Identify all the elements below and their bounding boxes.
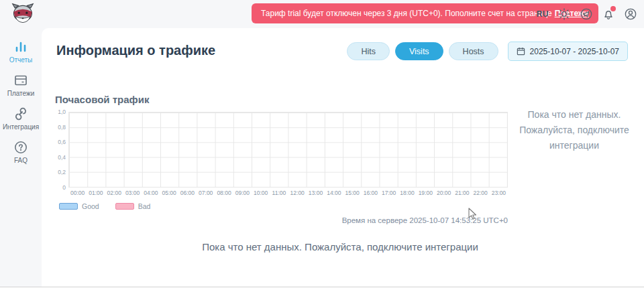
page-title: Информация о трафике: [56, 43, 215, 58]
x-axis-tick-label: 06:00: [178, 190, 197, 196]
sidebar-item-integration[interactable]: Интеграция: [0, 107, 42, 131]
sidebar-item-reports[interactable]: Отчеты: [0, 40, 42, 64]
bell-icon[interactable]: [602, 7, 615, 21]
x-axis-tick-label: 13:00: [307, 190, 325, 196]
telegram-icon[interactable]: [580, 7, 593, 21]
chart-title: Почасовой трафик: [55, 94, 511, 105]
legend-label: Bad: [138, 202, 151, 210]
x-axis-tick-label: 23:00: [490, 190, 508, 196]
x-axis-tick-label: 00:00: [68, 190, 87, 196]
legend-swatch: [59, 203, 78, 210]
faq-question-icon: [13, 141, 28, 154]
bottom-no-data-message: Пока что нет данных. Пожалуйста, подключ…: [42, 241, 639, 252]
server-time-label: Время на сервере 2025-10-07 14:53:25 UTC…: [55, 216, 508, 224]
x-axis-tick-label: 08:00: [215, 190, 233, 196]
calendar-icon: [517, 47, 525, 56]
x-axis-tick-label: 05:00: [160, 190, 178, 196]
notification-dot: [610, 6, 616, 11]
x-axis-tick-label: 17:00: [380, 190, 398, 196]
sidebar-item-payments[interactable]: Платежи: [0, 74, 42, 97]
y-axis-tick-label: 0: [62, 184, 66, 191]
banner-text: Тариф trial будет отключен через 3 дня (…: [261, 9, 552, 18]
main-content: Информация о трафике Hits Visits Hosts 2…: [42, 28, 644, 287]
sidebar-item-label: Отчеты: [9, 56, 33, 64]
x-axis-tick-label: 11:00: [270, 190, 288, 196]
report-controls: Hits Visits Hosts 2025-10-07 - 2025-10-0…: [347, 42, 628, 61]
x-axis-tick-label: 20:00: [435, 190, 453, 196]
date-range-value: 2025-10-07 - 2025-10-07: [530, 47, 619, 56]
tab-hosts[interactable]: Hosts: [449, 42, 498, 60]
y-axis-tick-label: 0,8: [58, 124, 66, 131]
hourly-traffic-chart: Почасовой трафик 1,00,80,60,40,20 00:000…: [55, 94, 511, 224]
header-actions: RU: [537, 0, 637, 28]
bottom-divider: [0, 287, 644, 290]
x-axis-tick-label: 22:00: [472, 190, 490, 196]
x-axis-tick-label: 12:00: [288, 190, 307, 196]
x-axis-tick-label: 10:00: [252, 190, 270, 196]
raccoon-logo-icon[interactable]: [11, 2, 35, 26]
legend-label: Good: [82, 202, 99, 210]
chart-plot-area: [68, 112, 508, 188]
chart-legend: GoodBad: [59, 202, 511, 210]
x-axis-tick-label: 19:00: [417, 190, 435, 196]
x-axis-labels: 00:0001:0002:0003:0004:0005:0006:0007:00…: [68, 190, 508, 196]
sidebar-nav: Отчеты Платежи Интеграция FAQ: [0, 28, 42, 287]
x-axis-tick-label: 07:00: [197, 190, 215, 196]
payments-card-icon: [13, 74, 28, 87]
tab-hits[interactable]: Hits: [347, 42, 390, 60]
chart-no-data-message: Пока что нет данных. Пожалуйста, подключ…: [515, 107, 634, 153]
metric-tabs: Hits Visits Hosts: [347, 42, 498, 60]
sidebar-item-label: FAQ: [14, 157, 28, 164]
legend-swatch: [115, 203, 134, 210]
legend-item-good[interactable]: Good: [59, 202, 99, 210]
x-axis-tick-label: 01:00: [87, 190, 105, 196]
sidebar-item-label: Платежи: [7, 90, 35, 97]
theme-sun-icon[interactable]: [557, 7, 571, 21]
x-axis-tick-label: 02:00: [105, 190, 123, 196]
integration-link-icon: [13, 107, 28, 121]
x-axis-tick-label: 15:00: [343, 190, 361, 196]
y-axis-tick-label: 0,4: [58, 154, 66, 161]
account-icon[interactable]: [624, 7, 637, 21]
sidebar-item-faq[interactable]: FAQ: [0, 141, 42, 164]
date-range-picker[interactable]: 2025-10-07 - 2025-10-07: [508, 42, 628, 61]
y-axis-tick-label: 0,6: [58, 139, 66, 145]
bar-chart-icon: [13, 40, 28, 54]
x-axis-tick-label: 21:00: [453, 190, 471, 196]
y-axis-tick-label: 1,0: [58, 108, 66, 115]
y-axis-labels: 1,00,80,60,40,20: [55, 112, 68, 188]
top-header: Тариф trial будет отключен через 3 дня (…: [0, 0, 644, 28]
language-selector[interactable]: RU: [537, 9, 549, 19]
x-axis-tick-label: 16:00: [362, 190, 380, 196]
y-axis-tick-label: 0,2: [58, 169, 66, 175]
x-axis-tick-label: 18:00: [398, 190, 416, 196]
x-axis-tick-label: 09:00: [233, 190, 252, 196]
tab-visits[interactable]: Visits: [395, 42, 443, 60]
x-axis-tick-label: 03:00: [123, 190, 142, 196]
sidebar-item-label: Интеграция: [3, 123, 39, 131]
legend-item-bad[interactable]: Bad: [115, 202, 151, 210]
x-axis-tick-label: 14:00: [325, 190, 343, 196]
x-axis-tick-label: 04:00: [142, 190, 160, 196]
